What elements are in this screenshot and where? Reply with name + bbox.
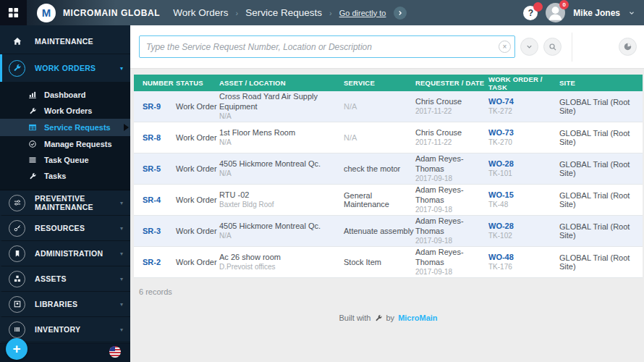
request-number-link[interactable]: SR-4 [143, 195, 161, 204]
site-cell: GLOBAL Trial (Root Site) [559, 222, 643, 240]
sidebar-item-libraries[interactable]: LIBRARIES ▾ [0, 292, 130, 317]
request-number-link[interactable]: SR-3 [143, 227, 161, 235]
asset-name: Ac 26 show room [219, 253, 339, 263]
work-order-link[interactable]: WO-28 [488, 222, 555, 232]
add-button[interactable]: + [6, 338, 27, 360]
requester-name: Adam Reyes-Thomas [415, 154, 484, 174]
bookmark-icon [9, 245, 25, 262]
chevron-down-icon: ▾ [120, 251, 123, 257]
table-row[interactable]: SR-5 Work Order 4505 Hickmore Montreal Q… [134, 153, 643, 185]
table-header: NUMBER STATUS ASSET / LOCATION SERVICE R… [134, 75, 643, 91]
asset-name: 4505 Hickmore Montreal Qc. [219, 159, 339, 169]
submenu-item-tasks[interactable]: Tasks [0, 168, 130, 184]
column-header-requester-date[interactable]: REQUESTER / DATE [415, 79, 488, 87]
work-order-link[interactable]: WO-73 [488, 128, 555, 138]
submenu-item-label: Service Requests [44, 123, 111, 132]
work-order-link[interactable]: WO-74 [488, 97, 555, 107]
expand-search-button[interactable] [520, 38, 538, 56]
search-bar: × [130, 25, 644, 69]
asset-name: Cross Road Yard Air Supply Equipment [219, 92, 339, 112]
breadcrumb-work-orders[interactable]: Work Orders [173, 7, 228, 18]
chevron-down-icon: ▾ [120, 200, 123, 206]
submenu-item-label: Task Queue [44, 156, 89, 164]
help-button[interactable]: ? [523, 6, 538, 20]
column-header-status[interactable]: STATUS [176, 79, 219, 87]
search-button[interactable] [543, 38, 562, 56]
book-icon [9, 296, 25, 313]
chevron-down-icon: ▾ [120, 225, 123, 232]
column-header-number[interactable]: NUMBER [143, 79, 176, 87]
clear-icon[interactable]: × [499, 41, 511, 53]
micromain-logo[interactable]: M [37, 4, 56, 22]
status-cell: Work Order [176, 227, 219, 235]
service-cell: check the motor [344, 164, 400, 173]
top-bar: M MICROMAIN GLOBAL Work Orders › Service… [0, 0, 644, 25]
service-cell: N/A [344, 133, 357, 142]
task-id: TK-272 [488, 107, 555, 117]
table-row[interactable]: SR-9 Work Order Cross Road Yard Air Supp… [134, 91, 643, 122]
table-row[interactable]: SR-4 Work Order RTU -02Baxter Bldg Roof … [134, 185, 643, 216]
app-grid-button[interactable] [0, 0, 27, 25]
table-row[interactable]: SR-2 Work Order Ac 26 show roomD.Prevois… [134, 247, 643, 278]
submenu-item-label: Manage Requests [44, 140, 112, 148]
asset-location: Baxter Bldg Roof [219, 201, 339, 210]
asset-name: 4505 Hickmore Montreal Qc. [219, 222, 339, 232]
sidebar-item-maintenance[interactable]: MAINTENANCE [0, 29, 130, 54]
main-content: × NUMBER STATUS [130, 25, 644, 362]
request-number-link[interactable]: SR-9 [143, 102, 161, 111]
chevron-right-icon [397, 9, 404, 17]
go-directly-button[interactable] [394, 7, 407, 20]
app-window: M MICROMAIN GLOBAL Work Orders › Service… [0, 0, 644, 362]
sidebar-item-label: ASSETS [35, 274, 67, 283]
breadcrumb-service-requests[interactable]: Service Requests [245, 7, 322, 18]
user-name[interactable]: Mike Jones [573, 8, 620, 18]
divider [572, 33, 572, 62]
submenu-item-dashboard[interactable]: Dashboard [0, 87, 130, 103]
go-directly-to-link[interactable]: Go directly to [339, 9, 386, 17]
sidebar-item-administration[interactable]: ADMINISTRATION ▾ [0, 241, 130, 266]
requester-name: Chris Crouse [415, 128, 484, 138]
sidebar-item-preventive-maintenance[interactable]: PREVENTIVE MAINTENANCE ▾ [0, 190, 130, 216]
request-date: 2017-09-18 [415, 174, 484, 184]
work-order-link[interactable]: WO-15 [488, 190, 555, 201]
avatar[interactable]: 0 [546, 3, 565, 22]
column-header-asset-location[interactable]: ASSET / LOCATION [219, 79, 344, 87]
submenu-item-task-queue[interactable]: Task Queue [0, 152, 130, 168]
requester-name: Chris Crouse [415, 97, 484, 107]
request-number-link[interactable]: SR-2 [143, 258, 161, 266]
sliders-icon [9, 195, 25, 211]
service-cell: General Maintenance [344, 191, 389, 209]
request-number-link[interactable]: SR-8 [143, 133, 161, 142]
submenu-item-service-requests[interactable]: Service Requests [0, 119, 130, 136]
submenu-item-manage-requests[interactable]: Manage Requests [0, 136, 130, 152]
request-date: 2017-09-18 [415, 237, 484, 246]
asset-name: RTU -02 [219, 190, 339, 201]
request-number-link[interactable]: SR-5 [143, 164, 161, 173]
task-id: TK-102 [488, 232, 555, 241]
service-cell: N/A [344, 102, 357, 111]
table-row[interactable]: SR-8 Work Order 1st Floor Mens RoomN/A N… [134, 122, 643, 153]
column-header-work-order-task[interactable]: WORK ORDER / TASK [488, 75, 559, 91]
column-header-service[interactable]: SERVICE [344, 79, 415, 87]
search-icon [548, 43, 557, 51]
chevron-down-icon[interactable] [628, 9, 635, 17]
recent-activity-button[interactable] [619, 38, 637, 56]
sidebar-item-work-orders[interactable]: WORK ORDERS ▾ [0, 54, 130, 82]
work-order-link[interactable]: WO-28 [488, 159, 555, 169]
work-order-link[interactable]: WO-48 [488, 253, 555, 263]
sidebar-item-resources[interactable]: RESOURCES ▾ [0, 216, 130, 241]
submenu-item-work-orders[interactable]: Work Orders [0, 103, 130, 119]
home-icon [9, 36, 25, 46]
requester-name: Adam Reyes-Thomas [415, 216, 484, 237]
grid-icon [8, 7, 19, 18]
table-row[interactable]: SR-3 Work Order 4505 Hickmore Montreal Q… [134, 216, 643, 247]
column-header-site[interactable]: SITE [559, 79, 643, 87]
site-cell: GLOBAL Trial (Root Site) [559, 160, 643, 177]
site-cell: GLOBAL Trial (Root Site) [559, 191, 643, 209]
sidebar-item-label: MAINTENANCE [35, 37, 93, 46]
search-input[interactable] [139, 35, 515, 58]
sidebar-item-assets[interactable]: ASSETS ▾ [0, 266, 130, 292]
micromain-link[interactable]: MicroMain [398, 313, 437, 322]
us-flag-icon[interactable] [109, 346, 121, 358]
service-requests-panel: NUMBER STATUS ASSET / LOCATION SERVICE R… [130, 69, 644, 322]
